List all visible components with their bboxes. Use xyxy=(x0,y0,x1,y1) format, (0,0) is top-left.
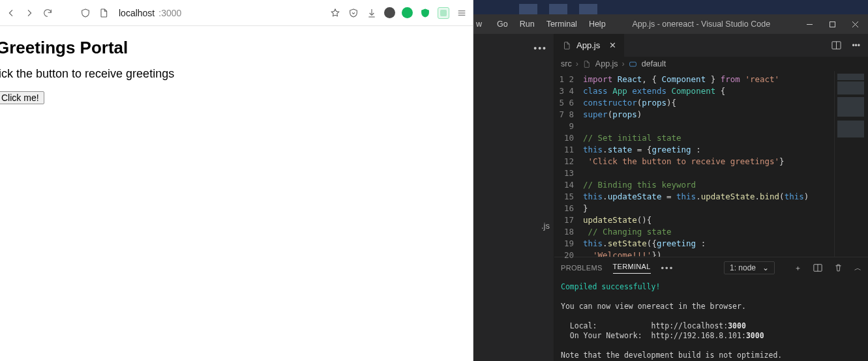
svg-rect-2 xyxy=(630,62,636,66)
terminal-select-label: 1: node xyxy=(730,263,756,272)
taskbar-tile[interactable] xyxy=(549,4,567,14)
shield-green-icon[interactable] xyxy=(419,7,431,19)
tab-app-js[interactable]: App.js ✕ xyxy=(554,34,625,57)
vscode-menubar: w Go Run Terminal Help App.js - onereact… xyxy=(473,14,868,34)
terminal-output[interactable]: Compiled successfully! You can now view … xyxy=(554,278,868,361)
code-editor[interactable]: 1 2 3 4 5 6 7 8 9 10 11 12 13 14 15 16 1… xyxy=(554,71,868,257)
menu-run[interactable]: Run xyxy=(520,20,535,29)
url-port: :3000 xyxy=(158,8,181,18)
trash-icon[interactable] xyxy=(834,263,843,273)
chevron-up-icon[interactable]: ︿ xyxy=(854,263,861,273)
symbol-icon xyxy=(629,59,638,68)
page-info-icon[interactable] xyxy=(98,7,110,19)
panel-more-icon[interactable]: ••• xyxy=(661,263,674,273)
sidebar-file-label[interactable]: .js xyxy=(541,221,550,231)
chevron-right-icon: › xyxy=(576,59,578,68)
minimap[interactable] xyxy=(834,71,868,257)
reload-icon[interactable] xyxy=(42,7,53,19)
tab-filename: App.js xyxy=(576,40,600,50)
bookmark-star-icon[interactable] xyxy=(329,7,341,19)
more-actions-icon[interactable]: ••• xyxy=(852,41,860,50)
pocket-icon[interactable] xyxy=(348,7,359,19)
desktop-taskbar xyxy=(473,0,868,14)
file-icon xyxy=(562,41,571,50)
browser-toolbar: localhost:3000 xyxy=(0,0,473,26)
url-host: localhost xyxy=(119,8,155,18)
panel-tab-terminal[interactable]: TERMINAL xyxy=(613,263,651,274)
browser-window: localhost:3000 Greetings Portal lick the… xyxy=(0,0,473,361)
page-heading: Greetings Portal xyxy=(0,38,473,58)
split-panel-icon[interactable] xyxy=(813,263,822,273)
menu-go[interactable]: Go xyxy=(497,20,508,29)
activity-sidebar: ••• .js xyxy=(473,34,554,361)
minimize-icon[interactable] xyxy=(806,21,813,28)
crumb-file[interactable]: App.js xyxy=(595,59,618,68)
taskbar-tile[interactable] xyxy=(579,4,597,14)
vscode-window: w Go Run Terminal Help App.js - onereact… xyxy=(473,0,868,361)
split-editor-icon[interactable] xyxy=(831,40,841,50)
file-icon xyxy=(582,59,591,68)
extension-dark-icon[interactable] xyxy=(384,7,395,18)
breadcrumb[interactable]: src › App.js › default xyxy=(554,57,868,71)
chevron-down-icon: ⌄ xyxy=(762,263,769,272)
window-title: App.js - onereact - Visual Studio Code xyxy=(618,20,785,29)
sidebar-more-icon[interactable]: ••• xyxy=(533,43,547,53)
click-me-button[interactable]: Click me! xyxy=(0,91,44,104)
menu-terminal[interactable]: Terminal xyxy=(546,20,577,29)
editor-tabs: App.js ✕ ••• xyxy=(554,34,868,57)
back-icon[interactable] xyxy=(5,7,17,19)
new-terminal-icon[interactable]: ＋ xyxy=(794,263,801,273)
menu-item[interactable]: w xyxy=(476,20,485,29)
download-icon[interactable] xyxy=(366,7,378,19)
browser-page: Greetings Portal lick the button to rece… xyxy=(0,26,473,104)
forward-icon[interactable] xyxy=(23,7,35,19)
line-gutter: 1 2 3 4 5 6 7 8 9 10 11 12 13 14 15 16 1… xyxy=(554,71,580,257)
shield-icon[interactable] xyxy=(80,7,91,19)
crumb-src[interactable]: src xyxy=(561,59,572,68)
address-bar[interactable]: localhost:3000 xyxy=(116,7,286,20)
menu-help[interactable]: Help xyxy=(589,20,606,29)
panel-tabs: PROBLEMS TERMINAL ••• 1: node ⌄ ＋ ︿ xyxy=(554,257,868,278)
panel-tab-problems[interactable]: PROBLEMS xyxy=(561,264,603,272)
close-icon[interactable] xyxy=(852,21,859,28)
crumb-symbol[interactable]: default xyxy=(642,59,666,68)
hamburger-menu-icon[interactable] xyxy=(456,7,468,19)
code-area[interactable]: import React, { Component } from 'react'… xyxy=(580,71,834,257)
taskbar-tile[interactable] xyxy=(519,4,537,14)
terminal-selector[interactable]: 1: node ⌄ xyxy=(724,261,775,274)
extension-green-icon[interactable] xyxy=(402,7,413,18)
extension-grammarly-icon[interactable] xyxy=(438,7,449,19)
maximize-icon[interactable] xyxy=(829,21,836,28)
tab-close-icon[interactable]: ✕ xyxy=(609,40,616,50)
bottom-panel: PROBLEMS TERMINAL ••• 1: node ⌄ ＋ ︿ xyxy=(554,257,868,361)
page-subtext: lick the button to receive greetings xyxy=(0,67,473,81)
chevron-right-icon: › xyxy=(622,59,625,68)
svg-rect-0 xyxy=(830,22,835,27)
